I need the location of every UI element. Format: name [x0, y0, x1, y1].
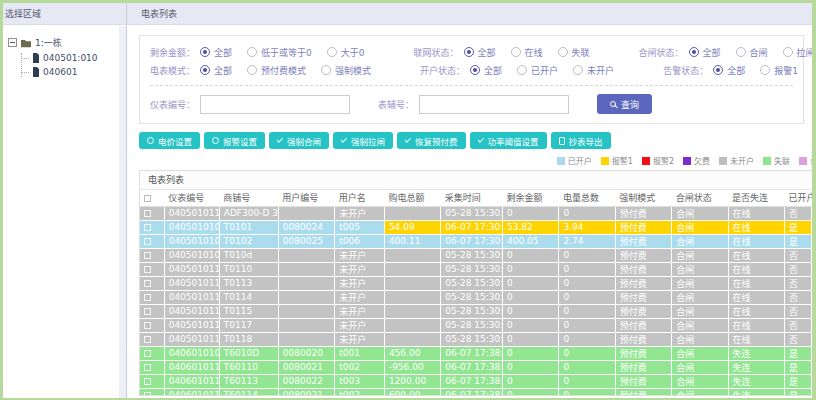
table-row[interactable]: 0406010110T601100080021t002-956.0006-07 … [140, 360, 812, 374]
row-checkbox[interactable] [144, 364, 151, 371]
row-checkbox[interactable] [144, 350, 151, 357]
row-checkbox[interactable] [144, 266, 151, 273]
radio-icon[interactable] [511, 47, 521, 57]
meter-no-input[interactable] [200, 95, 350, 114]
table-cell: 0 [559, 248, 615, 262]
table-row[interactable]: 040601010DT6010D0080020t001456.0006-07 1… [140, 346, 812, 360]
radio-icon[interactable] [736, 47, 746, 57]
table-cell: 0 [503, 248, 559, 262]
radio-option[interactable]: 全部 [200, 64, 232, 77]
main-panel: 电表列表 剩余金额：全部低于或等于0大于0联网状态：全部在线失联合闸状态：全部合… [127, 3, 812, 398]
radio-option[interactable]: 全部 [200, 46, 232, 59]
radio-option[interactable]: 低于或等于0 [247, 46, 312, 59]
column-header: 已开户 [785, 190, 812, 206]
tree-node[interactable]: 040601 [22, 67, 124, 77]
radio-icon[interactable] [321, 65, 331, 75]
radio-icon[interactable] [517, 65, 527, 75]
table-row[interactable]: 0405010101T01010080024t00554.0906-07 17:… [140, 220, 812, 234]
table-row[interactable]: 0405010114T0114未开户05-28 15:30:0000预付费合闸在… [140, 290, 812, 304]
radio-option[interactable]: 在线 [511, 46, 543, 59]
row-checkbox[interactable] [144, 308, 151, 315]
aux-no-input[interactable] [419, 95, 569, 114]
radio-icon[interactable] [247, 65, 257, 75]
radio-option[interactable]: 失联 [558, 46, 590, 59]
抄表导出-button[interactable]: 抄表导出 [551, 132, 611, 149]
报警设置-button[interactable]: 报警设置 [204, 132, 265, 149]
radio-icon[interactable] [200, 65, 210, 75]
row-checkbox[interactable] [144, 224, 151, 231]
file-icon [32, 53, 40, 63]
radio-icon[interactable] [783, 47, 793, 57]
row-checkbox[interactable] [144, 294, 151, 301]
table-row[interactable]: 0405010115T0115未开户05-28 15:30:0000预付费合闸在… [140, 304, 812, 318]
tree-node-label[interactable]: 040601 [43, 67, 77, 77]
电价设置-button[interactable]: 电价设置 [139, 132, 200, 149]
legend-item: 合闸 [799, 155, 812, 166]
row-checkbox[interactable] [144, 378, 151, 385]
table-row[interactable]: 0405010110T0110未开户05-28 15:30:0000预付费合闸在… [140, 262, 812, 276]
filter-separator [150, 85, 793, 86]
radio-option[interactable]: 未开户 [573, 64, 614, 77]
table-row[interactable]: 0405010116ADF300-D 3未开户05-28 15:30:0000预… [140, 206, 812, 220]
tree-node-label[interactable]: 040501:010 [43, 53, 98, 63]
row-checkbox[interactable] [144, 392, 151, 396]
tree-root-node[interactable]: 1:一栋 [8, 36, 124, 49]
legend-swatch [601, 157, 609, 165]
table-row[interactable]: 0405010117T0117未开户05-28 15:30:0000预付费合闸在… [140, 318, 812, 332]
row-checkbox[interactable] [144, 336, 151, 343]
query-button[interactable]: 查询 [597, 94, 652, 114]
row-checkbox[interactable] [144, 238, 151, 245]
tree-root-label[interactable]: 1:一栋 [35, 36, 62, 49]
sidebar-scrollbar[interactable] [119, 26, 126, 398]
radio-icon[interactable] [760, 65, 770, 75]
row-checkbox[interactable] [144, 210, 151, 217]
region-sidebar: 选择区域 1:一栋 040501:010040601 [3, 3, 127, 398]
radio-icon[interactable] [247, 47, 257, 57]
tree-collapse-icon[interactable] [8, 38, 17, 47]
radio-icon[interactable] [200, 47, 210, 57]
radio-option[interactable]: 合闸 [736, 46, 768, 59]
radio-icon[interactable] [327, 47, 337, 57]
table-cell: 在线 [728, 248, 784, 262]
table-cell: 05-28 15:30:00 [441, 248, 503, 262]
table-row[interactable]: 0405010102T01020080025t006400.1106-07 17… [140, 234, 812, 248]
radio-option-label: 预付费模式 [261, 64, 306, 77]
功率阈值设置-button[interactable]: 功率阈值设置 [470, 132, 547, 149]
table-row[interactable]: 0406010113T601130080022t0031200.0006-07 … [140, 374, 812, 388]
radio-icon[interactable] [689, 47, 699, 57]
radio-icon[interactable] [558, 47, 568, 57]
row-checkbox-cell [140, 374, 164, 388]
column-header: 商铺号 [219, 190, 278, 206]
row-checkbox[interactable] [144, 322, 151, 329]
table-cell: 是 [785, 388, 812, 396]
radio-option[interactable]: 全部 [464, 46, 496, 59]
radio-icon[interactable] [573, 65, 583, 75]
radio-icon[interactable] [713, 65, 723, 75]
action-button-label: 恢复预付费 [415, 135, 458, 147]
row-checkbox[interactable] [144, 280, 151, 287]
radio-icon[interactable] [464, 47, 474, 57]
table-cell: 0080022 [278, 374, 334, 388]
radio-option[interactable]: 全部 [713, 64, 745, 77]
select-all-checkbox[interactable] [144, 195, 151, 202]
tree-node[interactable]: 040501:010 [22, 53, 124, 63]
强制拉闸-button[interactable]: 强制拉闸 [333, 132, 393, 149]
radio-option[interactable]: 预付费模式 [247, 64, 306, 77]
恢复预付费-button[interactable]: 恢复预付费 [397, 132, 466, 149]
radio-option[interactable]: 拉闸 [783, 46, 812, 59]
强制合闸-button[interactable]: 强制合闸 [269, 132, 329, 149]
table-row[interactable]: 0405010118T0118未开户05-28 15:30:0000预付费合闸在… [140, 332, 812, 346]
table-row[interactable]: 0406010114T601140080021t002600.0006-07 1… [140, 388, 812, 396]
select-all-header-cell [140, 190, 164, 206]
radio-option[interactable]: 已开户 [517, 64, 558, 77]
radio-option[interactable]: 大于0 [327, 46, 365, 59]
table-row[interactable]: 040501010DT010d未开户05-28 15:30:0000预付费合闸在… [140, 248, 812, 262]
radio-icon[interactable] [470, 65, 480, 75]
radio-option[interactable]: 强制模式 [321, 64, 371, 77]
radio-option[interactable]: 报警1 [760, 64, 798, 77]
radio-option-label: 低于或等于0 [261, 46, 312, 59]
radio-option[interactable]: 全部 [470, 64, 502, 77]
table-row[interactable]: 0405010113T0113未开户05-28 15:30:0000预付费合闸在… [140, 276, 812, 290]
radio-option[interactable]: 全部 [689, 46, 721, 59]
row-checkbox[interactable] [144, 252, 151, 259]
